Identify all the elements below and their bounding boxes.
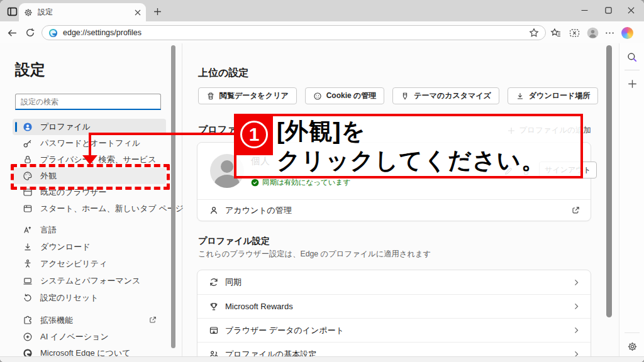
sidebar-scrollbar[interactable] <box>171 45 175 348</box>
sidebar-item-downloads[interactable]: ダウンロード <box>13 238 166 255</box>
window-minimize-button[interactable] <box>571 0 597 21</box>
row-import-data[interactable]: ブラウザー データのインポート <box>197 318 591 342</box>
row-sync[interactable]: 同期 <box>197 270 591 294</box>
profile-settings-description: これらのブラウザー設定は、Edge のプロファイルに適用されます <box>198 249 431 260</box>
import-icon <box>209 326 219 336</box>
sync-status: 同期は有効になっています <box>251 178 350 187</box>
download-location-button[interactable]: ダウンロード場所 <box>508 87 598 104</box>
sync-icon <box>209 277 219 287</box>
quick-actions-row: 閲覧データをクリア Cookie の管理 テーマのカスタマイズ ダウンロード場所 <box>198 87 598 104</box>
annotation-arrowhead <box>82 155 97 165</box>
edge-browser-window: 設定 edge://settings/profile <box>0 0 644 362</box>
sidebar-item-label: プロファイル <box>40 121 91 133</box>
external-link-icon <box>571 206 580 215</box>
copilot-icon[interactable] <box>620 26 634 40</box>
annotation-connector-line-vertical <box>89 133 91 156</box>
settings-page: 設定 プロファイル パスワードとオートフィル プライバシー、検索、サービス 外観 <box>0 43 644 362</box>
sidebar-item-ai-innovation[interactable]: AI イノベーション <box>13 329 166 345</box>
settings-title: 設定 <box>15 60 45 80</box>
annotation-connector-line <box>90 133 235 135</box>
cookie-icon <box>313 92 322 101</box>
browser-tab-settings[interactable]: 設定 <box>19 3 146 21</box>
tab-layout-icon <box>7 6 18 17</box>
profile-avatar-icon[interactable] <box>586 26 599 40</box>
button-label: テーマのカスタマイズ <box>414 90 491 101</box>
reset-icon <box>23 293 33 303</box>
sidebar-item-label: システムとパフォーマンス <box>40 275 140 287</box>
trash-icon <box>206 92 215 101</box>
sidebar-search-button[interactable] <box>626 51 638 63</box>
manage-account-label: アカウントの管理 <box>225 205 571 216</box>
paint-bucket-icon <box>401 92 409 101</box>
row-rewards[interactable]: Microsoft Rewards <box>197 294 591 318</box>
annotation-dashed-highlight-appearance <box>11 164 170 190</box>
trophy-icon <box>209 302 219 312</box>
accessibility-icon <box>23 259 33 269</box>
sidebar-item-label: スタート、ホーム、新しいタブ ページ <box>40 203 184 214</box>
laptop-icon <box>23 276 33 286</box>
content-scrollbar[interactable] <box>606 45 612 317</box>
languages-icon <box>23 225 33 235</box>
annotation-step-number: 1 <box>240 121 268 148</box>
tab-strip: 設定 <box>0 0 644 21</box>
profile-settings-card: 同期 Microsoft Rewards ブラウザー データのインポート プロフ… <box>197 270 591 362</box>
top-settings-heading: 上位の設定 <box>198 67 248 80</box>
browser-toolbar: edge://settings/profiles <box>0 21 644 44</box>
sidebar-item-start-home-newtab[interactable]: スタート、ホーム、新しいタブ ページ <box>13 200 166 217</box>
sidebar-item-label: アクセシビリティ <box>40 258 107 270</box>
url-text: edge://settings/profiles <box>63 28 529 37</box>
lock-icon <box>23 155 33 165</box>
sidebar-add-button[interactable] <box>626 77 638 90</box>
download-icon <box>23 242 33 252</box>
annotation-text: [外観]を クリックしてください。 <box>277 116 545 175</box>
window-close-button[interactable] <box>618 0 644 21</box>
sidebar-item-reset-settings[interactable]: 設定のリセット <box>13 289 166 306</box>
new-tab-button[interactable] <box>152 6 163 17</box>
edge-sidebar-rail <box>619 43 644 362</box>
back-button[interactable] <box>5 26 19 40</box>
sidebar-item-languages[interactable]: 言語 <box>13 221 166 238</box>
chevron-right-icon <box>572 278 580 287</box>
download-icon <box>516 92 525 101</box>
refresh-button[interactable] <box>23 26 37 40</box>
favorite-star-icon[interactable] <box>529 28 539 38</box>
rail-divider-bottom <box>625 332 640 333</box>
annotation-callout: 1 [外観]を クリックしてください。 <box>234 114 583 178</box>
chevron-right-icon <box>572 326 580 334</box>
annotation-text-line2: クリックしてください。 <box>277 146 545 175</box>
settings-sidebar: 設定 プロファイル パスワードとオートフィル プライバシー、検索、サービス 外観 <box>0 43 182 362</box>
sidebar-item-accessibility[interactable]: アクセシビリティ <box>13 255 166 272</box>
key-icon <box>23 138 33 148</box>
settings-main: 上位の設定 閲覧データをクリア Cookie の管理 テーマのカスタマイズ ダウ… <box>182 43 605 362</box>
settings-search-input[interactable] <box>15 94 161 110</box>
sidebar-item-label: 拡張機能 <box>40 315 73 326</box>
sidebar-item-label: 言語 <box>40 224 57 236</box>
button-label: 閲覧データをクリア <box>219 90 289 101</box>
sidebar-item-system-performance[interactable]: システムとパフォーマンス <box>13 272 166 289</box>
edge-site-icon <box>48 28 58 38</box>
tab-actions-button[interactable] <box>5 4 19 18</box>
row-label: 同期 <box>225 277 572 288</box>
manage-cookies-button[interactable]: Cookie の管理 <box>305 87 385 104</box>
sidebar-item-label: ダウンロード <box>40 241 91 253</box>
button-label: ダウンロード場所 <box>529 90 590 101</box>
customize-theme-button[interactable]: テーマのカスタマイズ <box>392 87 499 104</box>
extensions-icon <box>23 315 33 326</box>
sidebar-settings-gear-icon[interactable] <box>626 340 638 353</box>
manage-account-row[interactable]: アカウントの管理 <box>197 199 591 221</box>
address-bar[interactable]: edge://settings/profiles <box>42 25 546 40</box>
button-label: Cookie の管理 <box>326 90 377 101</box>
tab-title: 設定 <box>38 7 135 18</box>
external-link-icon <box>148 315 157 324</box>
rail-divider <box>625 70 640 70</box>
sidebar-item-extensions[interactable]: 拡張機能 <box>13 312 166 329</box>
settings-and-more-icon[interactable] <box>602 26 616 40</box>
row-label: ブラウザー データのインポート <box>225 325 572 336</box>
tab-favicon-gear-icon <box>24 8 33 17</box>
web-capture-icon[interactable] <box>567 26 581 40</box>
selected-indicator <box>15 122 17 132</box>
annotation-text-line1: [外観]を <box>277 116 545 146</box>
favorites-hub-icon[interactable] <box>548 26 562 40</box>
tab-close-icon[interactable] <box>135 9 141 16</box>
clear-browsing-data-button[interactable]: 閲覧データをクリア <box>198 87 297 104</box>
